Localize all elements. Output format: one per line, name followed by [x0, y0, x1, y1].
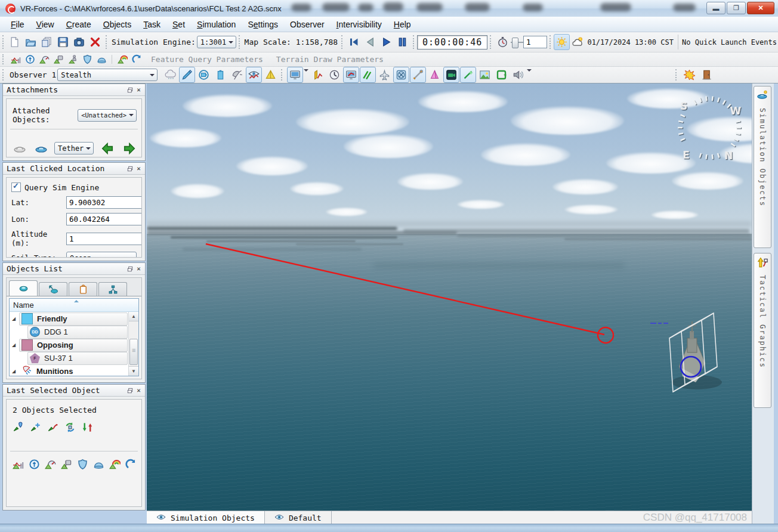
toolbar-grip[interactable]	[2, 54, 5, 64]
skip-start-icon[interactable]	[346, 34, 362, 50]
speed-slider-handle[interactable]	[512, 38, 518, 48]
objects-list-tab-clipboard-tab[interactable]	[69, 282, 97, 296]
battery-icon[interactable]	[212, 67, 229, 83]
speedometer-icon[interactable]	[37, 52, 51, 67]
assign-route-icon[interactable]	[45, 419, 61, 435]
fan-box-icon[interactable]	[393, 67, 409, 83]
close-panel-icon[interactable]: ✕	[134, 165, 143, 173]
new-document-icon[interactable]	[7, 34, 23, 50]
tree-row-ddg-1[interactable]: DDDDG 1	[12, 326, 128, 338]
terrain-profile-icon[interactable]	[10, 456, 26, 472]
pyramid-icon[interactable]	[263, 67, 279, 83]
close-panel-icon[interactable]: ✕	[134, 265, 143, 273]
float-panel-icon[interactable]	[125, 86, 134, 94]
shield-icon[interactable]	[75, 456, 91, 472]
missile-pen-icon[interactable]	[179, 67, 195, 83]
dome-icon[interactable]	[91, 456, 107, 472]
refresh-icon[interactable]	[123, 456, 139, 472]
sync-objects-icon[interactable]	[62, 419, 78, 435]
scroll-thumb[interactable]	[129, 339, 138, 365]
menu-view[interactable]: View	[30, 18, 60, 31]
scroll-up-icon[interactable]: ▲	[129, 312, 138, 321]
saucer-gray-icon[interactable]	[11, 140, 27, 156]
expander-icon[interactable]: ◢	[12, 316, 19, 321]
loop-icon[interactable]	[493, 67, 510, 83]
tree-scrollbar[interactable]: ▲ ▼	[128, 312, 138, 376]
close-panel-icon[interactable]: ✕	[134, 386, 143, 395]
observer-statue-icon[interactable]	[66, 52, 80, 67]
objects-list-tab-saucer-tab[interactable]	[9, 280, 38, 296]
lon-input[interactable]	[66, 213, 142, 225]
zigzag-icon[interactable]	[360, 67, 376, 83]
menu-objects[interactable]: Objects	[97, 18, 137, 31]
tree-column-header-name[interactable]: Name	[10, 299, 138, 312]
toolbar-grip[interactable]	[341, 35, 342, 49]
wrench-icon[interactable]	[410, 67, 426, 83]
toolbar-grip[interactable]	[106, 35, 107, 49]
pause-icon[interactable]	[394, 34, 410, 50]
monitor-dropdown-arrow[interactable]	[304, 67, 309, 74]
maximize-button[interactable]: ❐	[727, 2, 746, 14]
expander-icon[interactable]: ◢	[12, 369, 19, 374]
info-circle-icon[interactable]	[26, 456, 42, 472]
refresh-icon[interactable]	[129, 52, 144, 67]
objects-list-tab-saucer-new-tab[interactable]	[39, 282, 67, 296]
radar-dish-icon[interactable]	[229, 67, 245, 83]
toolbar-grip[interactable]	[281, 69, 284, 81]
menu-observer[interactable]: Observer	[284, 18, 331, 31]
flag-post-icon[interactable]	[58, 456, 75, 472]
tree-row-friendly[interactable]: ◢Friendly	[12, 313, 128, 325]
open-folder-icon[interactable]	[23, 34, 39, 50]
battery-circle-icon[interactable]	[196, 67, 212, 83]
sim-engine-select[interactable]: 1:3001	[197, 36, 236, 48]
prism-icon[interactable]	[427, 67, 443, 83]
float-panel-icon[interactable]	[125, 386, 134, 395]
tab-default-view[interactable]: Default	[265, 511, 332, 524]
scroll-down-icon[interactable]: ▼	[129, 366, 138, 376]
dome-icon[interactable]	[94, 52, 109, 67]
menu-help[interactable]: Help	[388, 18, 417, 31]
copy-documents-icon[interactable]	[39, 34, 55, 50]
wand-icon[interactable]	[460, 67, 476, 83]
cloud-sun-weather-icon[interactable]	[570, 34, 586, 50]
clock-dial-icon[interactable]	[326, 67, 342, 83]
expander-icon[interactable]: ◢	[12, 342, 19, 348]
starburst-icon[interactable]	[681, 67, 697, 83]
toolbar-grip[interactable]	[2, 35, 4, 49]
query-sim-engine-checkbox[interactable]	[11, 183, 21, 192]
objects-list-panel-title[interactable]: Objects List ✕	[3, 263, 145, 275]
attached-objects-select[interactable]: <Unattached>	[78, 109, 137, 122]
tether-mode-select[interactable]: Tether	[54, 142, 94, 154]
toolbar-grip[interactable]	[490, 35, 491, 49]
plane-icon[interactable]	[376, 67, 393, 83]
menu-file[interactable]: File	[5, 18, 30, 31]
terrain-profile-icon[interactable]	[8, 52, 23, 67]
info-circle-icon[interactable]	[23, 52, 37, 67]
feature-query-toolbar-label[interactable]: Feature Query Parameters	[150, 55, 264, 64]
toolbar-grip[interactable]	[413, 35, 414, 49]
viewport-3d[interactable]: SWEN	[147, 83, 752, 511]
toolbar-grip[interactable]	[675, 69, 678, 81]
attachments-panel-title[interactable]: Attachments ✕	[3, 84, 145, 96]
tree-row-munitions[interactable]: ◢Munitions	[12, 365, 128, 376]
step-back-icon[interactable]	[362, 34, 378, 50]
rainbow-elevation-icon[interactable]	[115, 52, 129, 67]
menu-set[interactable]: Set	[166, 18, 191, 31]
camera-box-icon[interactable]	[443, 67, 459, 83]
speaker-icon[interactable]	[510, 67, 526, 83]
speed-input[interactable]	[523, 36, 547, 48]
rainbow-elevation-icon[interactable]	[107, 456, 123, 472]
cloud-light-icon[interactable]	[162, 67, 178, 83]
lat-input[interactable]	[66, 196, 142, 209]
snapshot-camera-icon[interactable]	[71, 34, 87, 50]
arrow-left-green-icon[interactable]	[99, 140, 115, 156]
observer-mode-select[interactable]: Stealth	[57, 69, 158, 81]
flag-post-icon[interactable]	[51, 52, 66, 67]
float-panel-icon[interactable]	[125, 265, 134, 273]
play-icon[interactable]	[378, 34, 394, 50]
toolbar-grip[interactable]	[239, 35, 240, 49]
tab-simulation-objects-palette[interactable]: Simulation Objects	[754, 86, 771, 248]
objects-list-tab-network-tab[interactable]	[98, 282, 127, 296]
shield-icon[interactable]	[80, 52, 94, 67]
add-waypoint-icon[interactable]	[27, 419, 44, 435]
